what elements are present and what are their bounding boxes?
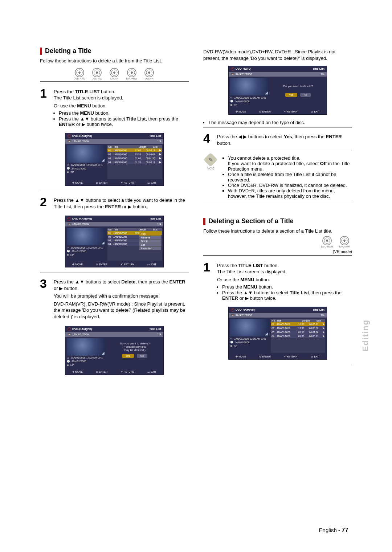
note-label: Note: [203, 166, 218, 170]
txt: ENTER: [59, 122, 75, 127]
bullet: Press the ▲▼ buttons to select Title Lis…: [222, 290, 352, 301]
dvd-ram-label: DVD-RAM: [74, 77, 86, 80]
info-title: ▭ JAN/01/2006 12:00 AM CH1: [230, 337, 269, 340]
txt: MENU: [80, 110, 94, 116]
divider: [203, 365, 352, 365]
side-tab-editing: Editing: [361, 319, 370, 352]
dvd-plus-r-label: DVD+R: [145, 77, 154, 80]
screen-title: Title List: [149, 217, 161, 221]
divider: [203, 255, 352, 256]
txt: Press the: [217, 263, 238, 268]
svg-point-11: [131, 71, 133, 74]
txt: ENTER: [169, 279, 185, 285]
list-header: No.TitleLengthEdit: [107, 228, 162, 231]
section-deleting-title-heading: Deleting a Title: [40, 47, 189, 55]
bullet: Press the MENU button.: [222, 284, 352, 290]
txt: Yes: [284, 134, 292, 139]
note-body: You cannot delete a protected title. If …: [221, 155, 352, 200]
menu-button-label: MENU: [77, 103, 91, 109]
yes-button: Yes: [285, 93, 297, 97]
txt: TITLE LIST: [238, 263, 263, 268]
right-column: DVD-RW(Video mode),DVD+RW, DVD±R : Since…: [203, 47, 352, 380]
dialog-text: may be deleted.): [110, 348, 160, 352]
delete-dialog: Do you want to delete? Yes No: [271, 78, 325, 101]
section2-step-1-body: Press the TITLE LIST button. The Title L…: [217, 261, 352, 303]
info-title: ▭ JAN/01/2006 12:00 AM CH1: [67, 163, 106, 166]
txt: MENU: [240, 277, 254, 282]
step-4-number: 4: [203, 132, 213, 144]
txt: Title List: [126, 116, 146, 122]
page-indicator: 1/4: [157, 333, 161, 336]
page-indicator: 1/4: [320, 314, 324, 317]
txt: The message may depend on the type of di…: [208, 120, 352, 125]
divider: [40, 81, 189, 82]
txt: button.: [94, 110, 110, 116]
list-header: No.TitleLengthEdit: [107, 145, 162, 148]
dvd-ram-icon: DVD-RAM: [72, 68, 87, 80]
screenshot-title-list-section2: DVD-RAM(VR)Title List 📼 JAN/01/20061/4 ▭…: [228, 307, 327, 360]
page-indicator: 1/4: [320, 73, 324, 76]
divider: [40, 191, 189, 191]
thumbnail: [230, 319, 269, 336]
section2-step1-bullets: Press the MENU button. Press the ▲▼ butt…: [217, 284, 352, 301]
screen-title: Title List: [149, 134, 161, 138]
screen-footer: ✥ MOVE⊙ ENTER↶ RETURN▭ EXIT: [65, 180, 163, 185]
txt: button.: [99, 89, 115, 94]
list-header: No.TitleLengthEdit: [271, 319, 325, 322]
menu-protection: Protection: [139, 246, 161, 250]
step-3: 3 Press the ▲▼ buttons to select Delete,…: [40, 277, 189, 321]
right-top-paragraph: DVD-RW(Video mode),DVD+RW, DVD±R : Since…: [203, 49, 352, 61]
menu-play: Play: [139, 232, 161, 236]
screen-title: Title List: [313, 67, 324, 71]
svg-point-2: [78, 71, 81, 74]
deleting-title-intro: Follow these instructions to delete a ti…: [40, 58, 189, 64]
txt: Press the: [59, 110, 80, 116]
txt: ENTER: [105, 204, 121, 209]
txt: button.: [263, 263, 278, 268]
txt: or ▶ button twice.: [75, 122, 113, 127]
txt: You will be prompted with a confirmation…: [54, 293, 189, 299]
txt: ENTER: [326, 134, 342, 139]
txt: Press the ◀ ▶ buttons to select: [217, 134, 284, 139]
date: JAN/01/2006: [235, 73, 252, 76]
note-item: You cannot delete a protected title. If …: [228, 155, 352, 172]
screen-title: Title List: [149, 327, 161, 331]
step-2-number: 2: [40, 196, 50, 208]
info-date: 🕐 JAN/01/2006: [230, 341, 269, 344]
footer-language: English: [319, 527, 337, 533]
txt: Press the ▲▼ buttons to select: [59, 116, 126, 122]
step-3-number: 3: [40, 277, 50, 290]
list-row: 03JAN/01/200601:0000:01:36▶: [107, 156, 162, 160]
step-1-number: 1: [40, 87, 50, 99]
page-footer: English - 77: [319, 527, 348, 534]
list-empty: [107, 164, 162, 179]
txt: button.: [91, 103, 107, 109]
date: JAN/01/2006: [235, 314, 252, 317]
bullet: Press the ▲▼ buttons to select Title Lis…: [59, 116, 189, 127]
page: Deleting a Title Follow these instructio…: [0, 0, 392, 552]
note-item: Once a title is deleted from the Title L…: [228, 172, 352, 183]
dvd-rw-icon: DVD-RW: [337, 236, 352, 248]
dialog-text: Do you want to delete?: [273, 85, 323, 88]
deleting-section-heading-text: Deleting a Section of a Title: [208, 217, 294, 225]
step-4-body: Press the ◀ ▶ buttons to select Yes, the…: [217, 132, 352, 148]
thumbnail: [67, 145, 106, 163]
info-date: 🕐 JAN/01/2006: [230, 100, 269, 103]
yes-button: Yes: [122, 354, 134, 358]
record-icon: [231, 67, 234, 71]
device-label: DVD-RW(V): [236, 67, 251, 70]
txt: Or use the: [54, 103, 77, 109]
txt: DVD-RAM(VR), DVD-RW(VR mode) : Since Pla…: [54, 301, 189, 320]
footer-page-number: 77: [342, 527, 348, 533]
date: JAN/01/2006: [72, 140, 89, 143]
divider: [203, 127, 352, 128]
list-row: 03JAN/01/200601:0000:01:36▶: [271, 330, 325, 334]
screen-footer: ✥ MOVE⊙ ENTER↶ RETURN▭ EXIT: [65, 262, 163, 267]
screen-footer: ✥ MOVE⊙ ENTER↶ RETURN▭ EXIT: [229, 109, 327, 114]
svg-point-8: [113, 71, 115, 74]
screen-footer: ✥ MOVE⊙ ENTER↶ RETURN▭ EXIT: [229, 354, 327, 359]
bullet: Press the MENU button.: [59, 110, 189, 116]
divider: [203, 202, 352, 202]
thumbnail: [67, 228, 106, 245]
note-icon: ✎: [203, 152, 218, 167]
